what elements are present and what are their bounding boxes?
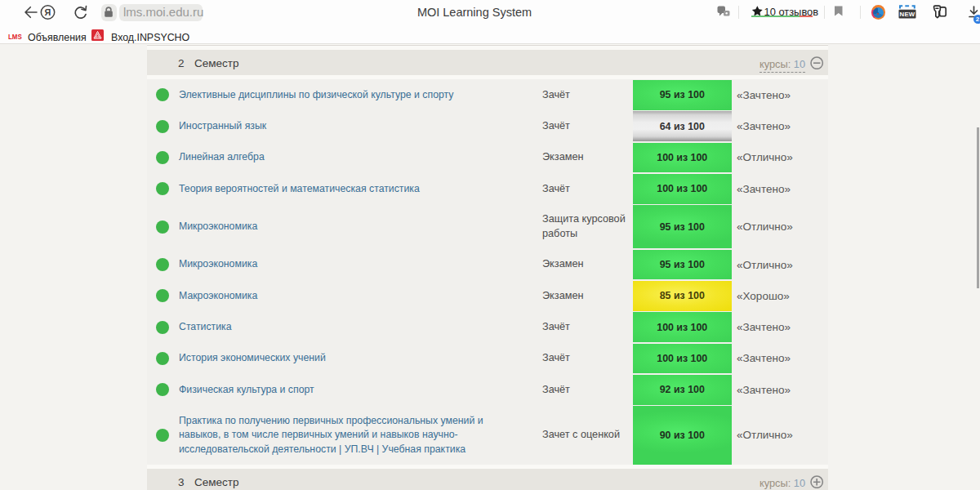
svg-text:NEW: NEW [900,11,915,18]
svg-text:Я: Я [45,7,51,17]
